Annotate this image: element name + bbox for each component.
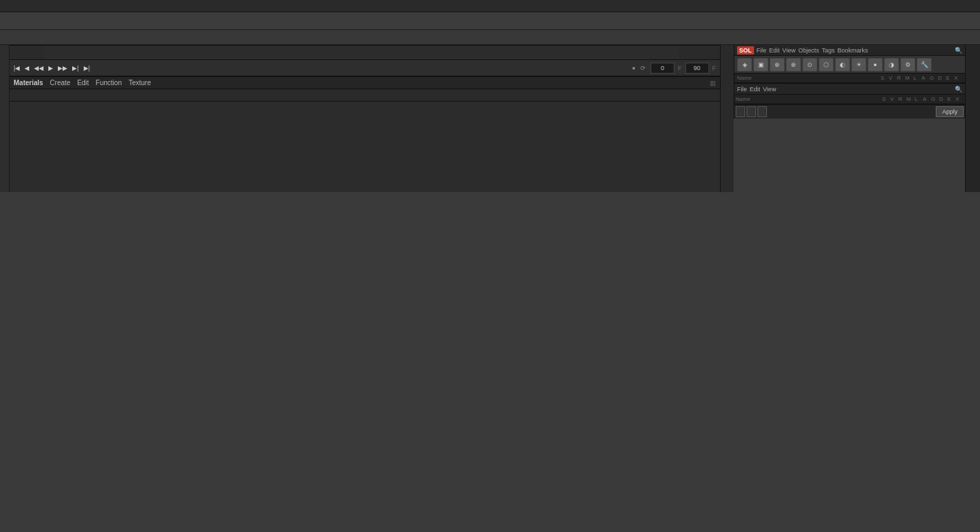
next-frame-btn[interactable]: ▶|	[71, 65, 80, 72]
secondary-toolbar	[0, 30, 980, 45]
obj-toolbar-btn-7[interactable]: ◐	[835, 58, 850, 72]
play-back-btn[interactable]: ◀◀	[33, 65, 45, 72]
ipr-button[interactable]	[736, 106, 745, 117]
attr-col-l: L	[915, 96, 923, 102]
viewport-container: X Y Z |◀ ◀	[10, 45, 720, 192]
obj-toolbar-btn-1[interactable]: ◈	[737, 58, 752, 72]
col-l: L	[913, 75, 921, 81]
attr-col-m: M	[906, 96, 915, 102]
frame-input[interactable]	[651, 63, 674, 74]
obj-toolbar-btn-5[interactable]: ⊙	[802, 58, 817, 72]
right-icons-strip	[720, 45, 734, 192]
materials-tabs	[10, 89, 720, 101]
fps-input[interactable]	[685, 63, 709, 74]
attr-col-g: G	[931, 96, 939, 102]
materials-grid[interactable]	[10, 101, 720, 192]
apply-button[interactable]: Apply	[936, 106, 964, 117]
timeline-ruler[interactable]	[44, 46, 679, 59]
menu-bar	[0, 0, 980, 12]
goto-end-btn[interactable]: ▶|	[82, 65, 91, 72]
timeline	[10, 45, 720, 60]
layer-column-headers: Name S V R M L A G D E X	[734, 74, 965, 83]
materials-create-menu[interactable]: Create	[50, 79, 70, 87]
edit-menu[interactable]: Edit	[769, 47, 780, 54]
main-toolbar	[0, 12, 980, 30]
objects-panel: SOL File Edit View Objects Tags Bookmark…	[734, 45, 965, 84]
attributes-panel: File Edit View 🔍 Name S V R M L A G D E …	[734, 84, 965, 119]
main-content: X Y Z |◀ ◀	[0, 45, 980, 192]
objects-toolbar: ◈ ▣ ⊕ ⊗ ⊙ ⬡ ◐ ☀ ● ◑ ⚙ 🔧	[734, 56, 965, 74]
materials-edit-menu[interactable]: Edit	[77, 79, 88, 87]
obj-toolbar-btn-9[interactable]: ●	[868, 58, 883, 72]
attr-col-s: S	[882, 96, 890, 102]
record-indicator: ●	[632, 65, 636, 72]
play-fwd-btn[interactable]: ▶▶	[56, 65, 69, 72]
materials-title: Materials	[14, 79, 43, 87]
obj-toolbar-btn-2[interactable]: ▣	[753, 58, 768, 72]
playback-bar: |◀ ◀ ◀◀ ▶ ▶▶ ▶| ▶| ● ⟳ F F	[10, 60, 720, 76]
play-btn[interactable]: ▶	[47, 65, 54, 72]
materials-texture-menu[interactable]: Texture	[129, 79, 151, 87]
attr-col-a: A	[923, 96, 931, 102]
bookmarks-menu[interactable]: Bookmarks	[837, 47, 868, 54]
obj-toolbar-btn-8[interactable]: ☀	[851, 58, 866, 72]
attr-column-headers: Name S V R M L A G D E X	[734, 95, 965, 104]
col-x: X	[954, 75, 962, 81]
obj-toolbar-btn-11[interactable]: ⚙	[900, 58, 915, 72]
col-m: M	[905, 75, 913, 81]
objects-menu[interactable]: Objects	[798, 47, 819, 54]
attr-col-r: R	[898, 96, 906, 102]
loop-btn[interactable]: ⟳	[640, 65, 646, 72]
frame-separator: F	[678, 65, 682, 72]
tags-menu[interactable]: Tags	[821, 47, 834, 54]
obj-toolbar-btn-12[interactable]: 🔧	[917, 58, 932, 72]
attr-col-v: V	[890, 96, 898, 102]
col-d: D	[938, 75, 946, 81]
col-s: S	[881, 75, 889, 81]
col-e: E	[946, 75, 954, 81]
col-a: A	[921, 75, 930, 81]
ass-button[interactable]	[747, 106, 756, 117]
fps-label: F	[713, 65, 717, 72]
prev-frame-btn[interactable]: ◀	[23, 65, 31, 72]
obj-toolbar-btn-4[interactable]: ⊗	[786, 58, 801, 72]
left-tool-panel	[0, 45, 10, 192]
attr-col-name: Name	[736, 96, 882, 102]
attributes-header: File Edit View 🔍	[734, 84, 965, 95]
view-menu[interactable]: View	[783, 47, 796, 54]
objects-search[interactable]: 🔍	[955, 47, 962, 54]
materials-function-menu[interactable]: Function	[96, 79, 122, 87]
attr-col-d: D	[939, 96, 947, 102]
materials-right-controls: ▥	[710, 80, 716, 87]
tx-button[interactable]	[757, 106, 767, 117]
obj-toolbar-btn-3[interactable]: ⊕	[770, 58, 785, 72]
attr-col-e: E	[947, 96, 956, 102]
attr-search[interactable]: 🔍	[955, 86, 962, 93]
far-right-panel	[965, 45, 980, 192]
file-menu[interactable]: File	[757, 47, 767, 54]
materials-section: Materials Create Edit Function Texture ▥	[10, 76, 720, 192]
right-panel: SOL File Edit View Objects Tags Bookmark…	[734, 45, 965, 119]
col-v: V	[889, 75, 897, 81]
objects-panel-header: SOL File Edit View Objects Tags Bookmark…	[734, 45, 965, 56]
attr-view-menu[interactable]: View	[763, 86, 776, 93]
materials-header: Materials Create Edit Function Texture ▥	[10, 77, 720, 89]
attr-col-x: X	[956, 96, 964, 102]
col-g: G	[930, 75, 938, 81]
attr-file-menu[interactable]: File	[737, 86, 747, 93]
sol-label: SOL	[737, 46, 754, 54]
col-r: R	[897, 75, 905, 81]
attr-edit-menu[interactable]: Edit	[750, 86, 761, 93]
col-name: Name	[737, 75, 881, 81]
obj-toolbar-btn-10[interactable]: ◑	[884, 58, 899, 72]
render-buttons: Apply	[734, 104, 965, 119]
obj-toolbar-btn-6[interactable]: ⬡	[819, 58, 834, 72]
goto-start-btn[interactable]: |◀	[12, 65, 21, 72]
